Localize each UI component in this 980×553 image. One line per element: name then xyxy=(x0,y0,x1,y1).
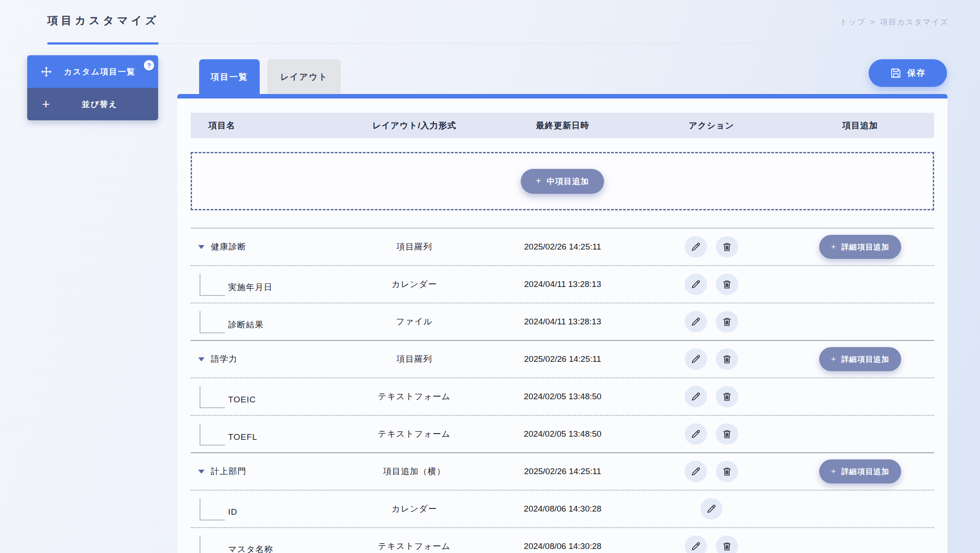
tree-connector xyxy=(200,311,225,333)
add-mid-item-button[interactable]: + 中項目追加 xyxy=(521,169,604,194)
item-layout-type: テキストフォーム xyxy=(340,428,489,440)
add-mid-item-dropzone: + 中項目追加 xyxy=(191,152,934,210)
table-header-row: 項目名 レイアウト/入力形式 最終更新日時 アクション 項目追加 xyxy=(191,113,934,138)
item-name: ID xyxy=(228,501,237,517)
sidebar-item-reorder[interactable]: + 並び替え xyxy=(27,88,158,120)
edit-button[interactable] xyxy=(685,423,707,445)
page-title: 項目カスタマイズ xyxy=(47,13,159,28)
edit-button[interactable] xyxy=(685,236,707,258)
add-detail-item-button[interactable]: + 詳細項目追加 xyxy=(819,347,901,371)
help-badge-icon[interactable]: ? xyxy=(144,60,154,70)
delete-button[interactable] xyxy=(716,461,738,482)
add-detail-item-label: 詳細項目追加 xyxy=(841,354,890,365)
item-updated-at: 2024/04/11 13:28:13 xyxy=(489,279,637,289)
item-updated-at: 2025/02/26 14:25:11 xyxy=(489,242,637,252)
table-row-group: 健康診断 項目羅列 2025/02/26 14:25:11 + 詳細項目追加 xyxy=(191,228,934,265)
table-row-child: 実施年月日 カレンダー 2024/04/11 13:28:13 xyxy=(191,265,934,303)
plus-icon: + xyxy=(831,467,836,476)
sidebar-item-custom-item-list[interactable]: カスタム項目一覧 ? xyxy=(27,55,158,88)
table-row-child: マスタ名称 テキストフォーム 2024/08/06 14:30:28 xyxy=(191,527,934,553)
edit-button[interactable] xyxy=(685,461,707,482)
sidebar-item-label: 並び替え xyxy=(53,99,158,110)
breadcrumb: トップ > 項目カスタマイズ xyxy=(840,17,949,27)
tab-layout[interactable]: レイアウト xyxy=(267,59,341,94)
column-header-actions: アクション xyxy=(637,120,786,131)
item-layout-type: 項目羅列 xyxy=(340,241,489,253)
item-layout-type: 項目羅列 xyxy=(340,353,489,365)
edit-button[interactable] xyxy=(685,386,707,407)
item-name: 計上部門 xyxy=(211,466,246,477)
item-name: TOEFL xyxy=(228,426,257,442)
item-layout-type: テキストフォーム xyxy=(340,391,489,402)
edit-button[interactable] xyxy=(685,536,707,553)
plus-icon: + xyxy=(536,176,542,186)
item-layout-type: テキストフォーム xyxy=(340,541,489,552)
column-header-add-item: 項目追加 xyxy=(786,120,934,131)
item-table-body: 健康診断 項目羅列 2025/02/26 14:25:11 + 詳細項目追加 xyxy=(191,228,934,553)
tab-active-bar xyxy=(177,94,947,98)
edit-button[interactable] xyxy=(700,498,723,520)
collapse-caret-icon[interactable] xyxy=(198,357,204,361)
add-detail-item-button[interactable]: + 詳細項目追加 xyxy=(819,235,901,259)
item-layout-type: ファイル xyxy=(340,316,489,328)
plus-icon: + xyxy=(831,354,836,364)
item-layout-type: カレンダー xyxy=(340,503,489,515)
column-header-layout-input-type: レイアウト/入力形式 xyxy=(340,120,489,131)
delete-button[interactable] xyxy=(716,311,738,332)
add-detail-item-button[interactable]: + 詳細項目追加 xyxy=(819,459,901,483)
breadcrumb-current: 項目カスタマイズ xyxy=(880,17,949,27)
add-detail-item-label: 詳細項目追加 xyxy=(841,242,890,252)
plus-icon: + xyxy=(40,98,53,111)
column-header-last-updated: 最終更新日時 xyxy=(489,120,637,131)
table-row-child: TOEFL テキストフォーム 2024/02/05 13:48:50 xyxy=(191,415,934,452)
tab-item-list[interactable]: 項目一覧 xyxy=(199,59,260,94)
delete-button[interactable] xyxy=(716,386,738,407)
item-name: 実施年月日 xyxy=(228,275,273,293)
title-accent-underline xyxy=(47,42,159,45)
delete-button[interactable] xyxy=(716,536,738,553)
breadcrumb-separator: > xyxy=(870,18,876,27)
table-row-group: 計上部門 項目追加（横） 2025/02/26 14:25:11 + 詳細項目追… xyxy=(191,452,934,490)
add-mid-item-label: 中項目追加 xyxy=(547,176,589,187)
delete-button[interactable] xyxy=(716,236,738,258)
delete-button[interactable] xyxy=(716,274,738,295)
breadcrumb-root[interactable]: トップ xyxy=(840,17,866,27)
edit-button[interactable] xyxy=(685,348,707,370)
item-updated-at: 2024/08/06 14:30:28 xyxy=(489,504,637,514)
item-updated-at: 2025/02/26 14:25:11 xyxy=(489,354,637,364)
collapse-caret-icon[interactable] xyxy=(198,470,204,474)
item-layout-type: カレンダー xyxy=(340,279,489,290)
collapse-caret-icon[interactable] xyxy=(198,245,204,249)
table-row-child: 診断結果 ファイル 2024/04/11 13:28:13 xyxy=(191,303,934,340)
table-row-child: TOEIC テキストフォーム 2024/02/05 13:48:50 xyxy=(191,377,934,415)
item-updated-at: 2024/02/05 13:48:50 xyxy=(489,429,637,439)
delete-button[interactable] xyxy=(716,348,738,370)
tree-connector xyxy=(200,536,225,553)
sidebar: カスタム項目一覧 ? + 並び替え xyxy=(27,55,158,120)
item-updated-at: 2024/02/05 13:48:50 xyxy=(489,392,637,401)
title-divider xyxy=(47,43,951,44)
add-detail-item-label: 詳細項目追加 xyxy=(841,467,890,477)
table-row-child: ID カレンダー 2024/08/06 14:30:28 xyxy=(191,490,934,527)
edit-button[interactable] xyxy=(685,274,707,295)
table-row-group: 語学力 項目羅列 2025/02/26 14:25:11 + 詳細項目追加 xyxy=(191,340,934,377)
save-button[interactable]: 保存 xyxy=(869,59,947,87)
item-updated-at: 2025/02/26 14:25:11 xyxy=(489,467,637,476)
item-name: 診断結果 xyxy=(228,313,264,331)
item-list-panel: 項目名 レイアウト/入力形式 最終更新日時 アクション 項目追加 + 中項目追加… xyxy=(177,98,947,553)
item-layout-type: 項目追加（横） xyxy=(340,466,489,477)
tree-connector xyxy=(200,498,225,520)
move-icon xyxy=(40,66,53,78)
item-updated-at: 2024/04/11 13:28:13 xyxy=(489,317,637,327)
tree-connector xyxy=(200,274,225,296)
plus-icon: + xyxy=(831,242,836,252)
tree-connector xyxy=(200,386,225,408)
item-name: 健康診断 xyxy=(211,241,246,253)
edit-button[interactable] xyxy=(685,311,707,332)
item-name: 語学力 xyxy=(211,353,237,365)
tree-connector xyxy=(200,423,225,446)
save-button-label: 保存 xyxy=(907,67,926,79)
item-name: マスタ名称 xyxy=(228,537,273,553)
delete-button[interactable] xyxy=(716,423,738,445)
item-updated-at: 2024/08/06 14:30:28 xyxy=(489,541,637,551)
